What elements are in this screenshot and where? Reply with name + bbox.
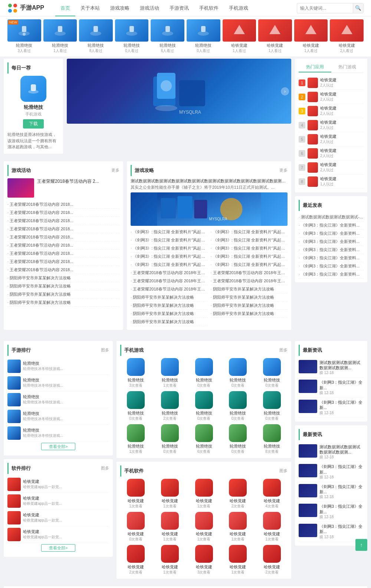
banner-item-3[interactable]: 轮滑绝技 8人看过 (79, 19, 113, 53)
game-rank-item-3[interactable]: 轮滑绝技 轮滑绝技冰冬特技游戏... (7, 392, 109, 408)
search-input[interactable] (297, 6, 353, 11)
news-sidebar-item2-3[interactable]: 《剑网3：指尖江湖》全新... 膜 12-18 (299, 482, 364, 502)
guide-item[interactable]: 阴阳师平安市井某某解决方法攻略 (211, 285, 288, 293)
game-item[interactable]: 轮滑绝技 8次查看 (256, 424, 288, 454)
guide-item[interactable]: 阴阳师平安市井某某解决方法攻略 (211, 293, 288, 302)
news-sidebar-item2-4[interactable]: 《剑网3：指尖江湖》全新... 膜 12-18 (299, 502, 364, 522)
activity-item[interactable]: 王者荣耀2018春节活动内容 2018... (7, 266, 119, 274)
banner-item-8[interactable]: 哈铁觉建 1人看过 (258, 19, 292, 53)
soft-item[interactable]: 哈铁觉建 3次查看 (188, 545, 220, 575)
banner-item-9[interactable]: 哈铁觉建 1人看过 (294, 19, 328, 53)
soft-item[interactable]: 哈铁觉建 1次查看 (188, 512, 220, 542)
nav-mobile[interactable]: 手机游戏 (224, 0, 253, 16)
soft-item[interactable]: 哈铁觉建 2次查看 (120, 545, 151, 575)
guide-item[interactable]: 阴阳师平安市井某某解决方法攻略 (131, 310, 207, 318)
news-sidebar-item-1[interactable]: 测试数据测试数据测试数据测试数据测... 膜 12-18 (299, 358, 364, 378)
nav-about[interactable]: 关于本站 (75, 0, 105, 16)
recent-item-5[interactable]: 《剑网3：指尖江湖》全新资料... (299, 246, 364, 254)
software-ranking-more[interactable]: 图多 (101, 465, 109, 471)
site-logo[interactable]: 手游APP (7, 3, 44, 13)
nav-guide[interactable]: 游戏攻略 (105, 0, 135, 16)
game-item[interactable]: 轮滑绝技 0次查看 (188, 391, 220, 421)
soft-item[interactable]: 哈铁觉建 1次查看 (222, 512, 253, 542)
banner-item-10[interactable]: 哈铁觉建 2人看过 (330, 19, 364, 53)
banner-item-7[interactable]: 哈铁觉建 1人看过 (223, 19, 256, 53)
guide-item[interactable]: 王者荣耀2018春节活动内容 2018年王者... (131, 285, 207, 293)
banner-item-4[interactable]: 轮滑绝技 0人看过 (115, 19, 149, 53)
software-ranking-viewall[interactable]: 查看全部> (7, 543, 109, 553)
guide-item[interactable]: 阴阳师平安市井某某解决方法攻略 (211, 302, 288, 310)
soft-item[interactable]: 哈铁觉建 1次查看 (188, 479, 220, 509)
hot-item-4[interactable]: 4 哈铁觉建 2人玩过 (299, 118, 364, 132)
activity-item[interactable]: 阴阳师平安市井某某解决方法攻略 (7, 290, 119, 299)
game-item[interactable]: 轮滑绝技 6次查看 (188, 424, 220, 454)
news-sidebar-item-3[interactable]: 《剑网3：指尖江湖》全新... 膜 12-18 (299, 398, 364, 418)
search-button[interactable]: 🔍 (353, 3, 363, 13)
hot-item-2[interactable]: 2 哈铁觉建 2人玩过 (299, 90, 364, 104)
game-rank-item-1[interactable]: 轮滑绝技 轮滑绝技冰冬特技游戏... (7, 358, 109, 375)
hot-tab-apps[interactable]: 热门应用 (299, 62, 331, 72)
guide-item[interactable]: 阴阳师平安市井某某解决方法攻略 (131, 318, 207, 326)
guide-main-img[interactable]: MYSQLRA (131, 192, 288, 226)
activity-item[interactable]: 王者荣耀2018春节活动内容 2018... (7, 201, 119, 209)
carousel-container[interactable]: MYSQLRA › (67, 59, 291, 124)
activity-item[interactable]: 王者荣耀2018春节活动内容 2018... (7, 241, 119, 250)
news-sidebar-item2-5[interactable]: 《剑网3：指尖江湖》全新... 膜 12-18 (299, 522, 364, 542)
soft-item[interactable]: 哈铁觉建 4次查看 (256, 479, 288, 509)
nav-news[interactable]: 手游资讯 (164, 0, 194, 16)
soft-item[interactable]: 哈铁觉建 1次查看 (154, 545, 186, 575)
recent-item-6[interactable]: 《剑网3：指尖江湖》全新资料... (299, 254, 364, 262)
guide-item[interactable]: 阴阳师平安市井某某解决方法攻略 (131, 293, 207, 302)
recent-item-1[interactable]: 测试数据测试数据测试数据测试-... (299, 213, 364, 221)
soft-rank-item-1[interactable]: 哈铁觉建 哈铁觉建app品一款觉... (7, 476, 109, 493)
game-item[interactable]: 轮滑绝技 1次查看 (120, 424, 151, 454)
news-sidebar-item2-1[interactable]: 测试数据测试数据测试数据测试数据测... 膜 12-18 (299, 442, 364, 462)
game-item[interactable]: 轮滑绝技 0次查看 (256, 391, 288, 421)
guide-item[interactable]: 《剑网3》: 指尖江湖 全新资料片"风起苍... (131, 244, 207, 253)
guide-more[interactable]: 更多 (279, 168, 288, 173)
game-ranking-viewall[interactable]: 查看全部> (7, 442, 109, 452)
soft-item[interactable]: 哈铁觉建 1次查看 (120, 479, 151, 509)
soft-item[interactable]: 哈铁觉建 1次查看 (222, 545, 253, 575)
banner-item-1[interactable]: NEW 轮滑绝技 3人看过 (7, 19, 41, 53)
game-ranking-more[interactable]: 图多 (101, 347, 109, 353)
mobile-software-more[interactable]: 图多 (279, 468, 288, 474)
guide-item[interactable]: 《剑网3》: 指尖江湖 全新资料片"风起苍... (131, 228, 207, 236)
guide-item[interactable]: 王者荣耀2018春节活动内容 2018年王者... (211, 277, 288, 285)
soft-item[interactable]: 哈铁觉建 1次查看 (154, 512, 186, 542)
hot-item-8[interactable]: 8 哈铁觉建 1人玩过 (299, 175, 364, 189)
game-item[interactable]: 轮滑绝技 0次查看 (222, 424, 253, 454)
nav-activity[interactable]: 游戏活动 (135, 0, 164, 16)
hot-item-5[interactable]: 5 哈铁觉建 2人玩过 (299, 132, 364, 146)
activity-item[interactable]: 阴阳师平安市井某某解决方法攻略 (7, 299, 119, 307)
hot-item-6[interactable]: 6 哈铁觉建 2人玩过 (299, 146, 364, 160)
activity-featured-title[interactable]: 王者荣耀2018春节活动内容 2... (37, 178, 99, 198)
game-rank-item-4[interactable]: 轮滑绝技 轮滑绝技冰冬特技游戏... (7, 408, 109, 425)
activity-item[interactable]: 阴阳师平安市井某某解决方法攻略 (7, 274, 119, 282)
guide-item[interactable]: 《剑网3》: 指尖江湖 全新资料片"风起苍... (211, 253, 288, 261)
guide-item[interactable]: 阴阳师平安市井某某解决方法攻略 (211, 310, 288, 318)
nav-software[interactable]: 手机软件 (194, 0, 224, 16)
soft-rank-item-3[interactable]: 哈铁觉建 哈铁觉建app品一款觉... (7, 510, 109, 526)
recent-item-8[interactable]: 《剑网3：指尖江湖》全新资料... (299, 270, 364, 279)
guide-item[interactable]: 《剑网3》: 指尖江湖 全新资料片"风起苍... (131, 253, 207, 261)
game-item[interactable]: 轮滑绝技 2次查看 (154, 391, 186, 421)
game-item[interactable]: 轮滑绝技 1次查看 (154, 358, 186, 388)
game-item[interactable]: 轮滑绝技 0次查看 (120, 391, 151, 421)
game-item[interactable]: 轮滑绝技 0次查看 (154, 424, 186, 454)
game-item[interactable]: 轮滑绝技 3次查看 (120, 358, 151, 388)
guide-item[interactable]: 《剑网3》: 指尖江湖 全新资料片"风起苍... (131, 236, 207, 244)
recent-item-2[interactable]: 《剑网3：指尖江湖》全新资料... (299, 221, 364, 230)
hot-item-1[interactable]: 1 哈铁觉建 2人玩过 (299, 76, 364, 90)
guide-item[interactable]: 《剑网3》: 指尖江湖 全新资料片"风起苍... (211, 261, 288, 269)
recent-item-7[interactable]: 《剑网3：指尖江湖》全新资料... (299, 262, 364, 270)
game-rank-item-2[interactable]: 轮滑绝技 轮滑绝技冰冬特技游戏... (7, 375, 109, 392)
banner-item-2[interactable]: 轮滑绝技 1人看过 (43, 19, 77, 53)
hot-item-3[interactable]: 3 哈铁觉建 2人玩过 (299, 104, 364, 118)
soft-item[interactable]: 哈铁觉建 0次查看 (120, 512, 151, 542)
game-item[interactable]: 轮滑绝技 0次查看 (222, 391, 253, 421)
recent-item-4[interactable]: 《剑网3：指尖江湖》全新资料... (299, 238, 364, 246)
activity-item[interactable]: 王者荣耀2018春节活动内容 2018... (7, 258, 119, 266)
activity-item[interactable]: 王者荣耀2018春节活动内容 2018... (7, 250, 119, 258)
recent-item-3[interactable]: 《剑网3：指尖江湖》全新资料... (299, 230, 364, 238)
